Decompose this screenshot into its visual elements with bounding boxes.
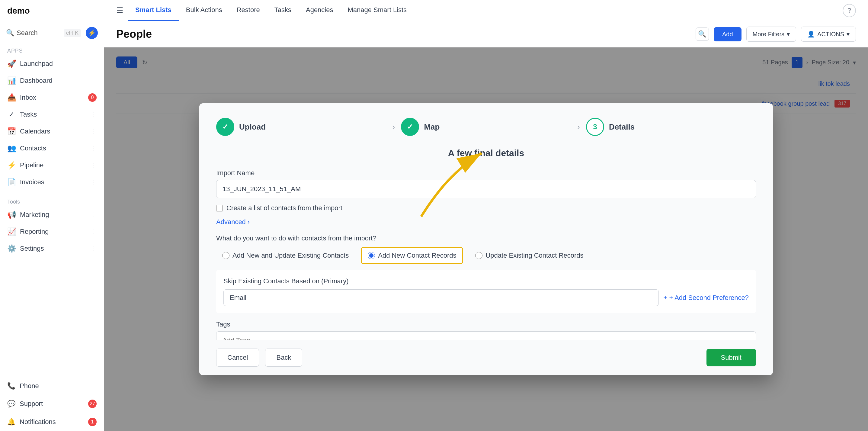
search-icon: 🔍 [6, 29, 14, 37]
radio-add-new-input[interactable] [368, 252, 375, 259]
radio-update-existing-input[interactable] [475, 252, 483, 259]
radio-update-existing-label: Update Existing Contact Records [486, 252, 583, 259]
radio-add-new-update[interactable]: Add New and Update Existing Contacts [216, 248, 355, 263]
step-arrow-2: › [577, 122, 580, 132]
radio-add-new[interactable]: Add New Contact Records [361, 247, 463, 264]
tags-input[interactable] [216, 331, 756, 340]
hamburger-icon[interactable]: ☰ [116, 6, 123, 15]
notifications-badge: 1 [88, 418, 97, 426]
skip-row: Email Phone Name + + Add Second Preferen… [223, 289, 749, 306]
drag-handle: ⋮ [91, 228, 97, 235]
nav-restore[interactable]: Restore [229, 0, 267, 21]
sidebar-item-pipeline[interactable]: ⚡ Pipeline ⋮ [0, 157, 104, 174]
drag-handle: ⋮ [91, 145, 97, 152]
page-title: People [116, 28, 152, 40]
sidebar-item-notifications[interactable]: 🔔 Notifications 1 [0, 413, 104, 431]
radio-add-new-update-input[interactable] [222, 252, 229, 259]
drag-handle: ⋮ [91, 179, 97, 185]
search-bar[interactable]: 🔍 Search ctrl K ⚡ [0, 22, 104, 44]
sidebar-item-label: Launchpad [20, 60, 53, 68]
support-label: Support [20, 400, 43, 408]
filter-label: More Filters [753, 31, 785, 38]
create-list-label: Create a list of contacts from the impor… [226, 204, 342, 212]
tags-section: Tags [216, 320, 756, 340]
marketing-icon: 📢 [7, 211, 16, 219]
back-button[interactable]: Back [265, 348, 302, 367]
sidebar-item-calendars[interactable]: 📅 Calendars ⋮ [0, 123, 104, 140]
step1-circle: ✓ [216, 118, 234, 136]
radio-update-existing[interactable]: Update Existing Contact Records [469, 248, 589, 263]
modal-overlay: ✓ Upload › ✓ Map › 3 Details [104, 48, 868, 431]
nav-tasks[interactable]: Tasks [267, 0, 299, 21]
sidebar-item-launchpad[interactable]: 🚀 Launchpad [0, 55, 104, 72]
nav-manage-smart-lists[interactable]: Manage Smart Lists [340, 0, 414, 21]
sidebar-item-label: Invoices [20, 178, 44, 186]
support-icon: 💬 [7, 400, 16, 408]
sidebar-item-tasks[interactable]: ✓ Tasks ⋮ [0, 106, 104, 123]
more-filters-button[interactable]: More Filters ▾ [746, 27, 797, 42]
bell-icon: 🔔 [7, 418, 16, 426]
nav-agencies[interactable]: Agencies [299, 0, 341, 21]
what-to-do-label: What do you want to do with contacts fro… [216, 235, 756, 242]
content-area: All ↻ 51 Pages 1 › Page Size: 20 ▾ lik t… [104, 48, 868, 431]
step1-label: Upload [239, 122, 266, 132]
inbox-icon: 📥 [7, 93, 16, 102]
create-list-checkbox[interactable] [216, 205, 223, 211]
invoices-icon: 📄 [7, 178, 16, 186]
search-label: Search [17, 29, 38, 37]
tags-label: Tags [216, 320, 756, 328]
sidebar-item-reporting[interactable]: 📈 Reporting ⋮ [0, 223, 104, 240]
chevron-right-icon: › [248, 218, 250, 226]
stepper: ✓ Upload › ✓ Map › 3 Details [216, 118, 756, 136]
sub-header-actions: 🔍 Add More Filters ▾ 👤 ACTIONS ▾ [695, 27, 856, 42]
drag-handle: ⋮ [91, 128, 97, 135]
radio-add-new-update-label: Add New and Update Existing Contacts [232, 252, 349, 259]
plus-icon: + [663, 294, 668, 302]
step-upload: ✓ Upload [216, 118, 386, 136]
create-list-row: Create a list of contacts from the impor… [216, 204, 756, 212]
apps-section-label: Apps [0, 44, 104, 55]
phone-icon: 📞 [7, 382, 16, 390]
sidebar: demo 🔍 Search ctrl K ⚡ Apps 🚀 Launchpad … [0, 0, 104, 431]
sidebar-item-invoices[interactable]: 📄 Invoices ⋮ [0, 174, 104, 191]
settings-icon: ⚙️ [7, 244, 16, 253]
advanced-label: Advanced [216, 218, 246, 226]
skip-section: Skip Existing Contacts Based on (Primary… [216, 270, 756, 313]
sidebar-item-label: Reporting [20, 228, 49, 236]
app-logo: demo [0, 0, 104, 22]
actions-button[interactable]: 👤 ACTIONS ▾ [801, 27, 856, 42]
advanced-link[interactable]: Advanced › [216, 218, 756, 226]
cancel-button[interactable]: Cancel [216, 348, 259, 367]
sidebar-item-inbox[interactable]: 📥 Inbox 0 [0, 89, 104, 106]
submit-button[interactable]: Submit [707, 349, 756, 366]
add-button[interactable]: Add [714, 27, 742, 41]
sidebar-item-marketing[interactable]: 📢 Marketing ⋮ [0, 206, 104, 223]
import-name-input[interactable] [216, 180, 756, 198]
sub-header: People 🔍 Add More Filters ▾ 👤 ACTIONS ▾ [104, 21, 868, 48]
help-icon[interactable]: ? [843, 4, 856, 17]
tools-section-label: Tools [0, 196, 104, 206]
nav-bulk-actions[interactable]: Bulk Actions [179, 0, 229, 21]
sidebar-item-contacts[interactable]: 👥 Contacts ⋮ [0, 140, 104, 157]
calendars-icon: 📅 [7, 127, 16, 135]
skip-select[interactable]: Email Phone Name [223, 289, 659, 306]
sidebar-item-dashboard[interactable]: 📊 Dashboard [0, 72, 104, 89]
inbox-badge: 0 [88, 93, 97, 102]
sidebar-item-support[interactable]: 💬 Support 27 [0, 395, 104, 413]
lightning-button[interactable]: ⚡ [86, 27, 98, 39]
modal-footer: Cancel Back Submit [199, 340, 773, 375]
add-second-preference-button[interactable]: + + Add Second Preference? [663, 294, 749, 302]
radio-add-new-label: Add New Contact Records [378, 252, 456, 259]
sidebar-bottom: 📞 Phone 💬 Support 27 🔔 Notifications 1 [0, 377, 104, 431]
sidebar-item-phone[interactable]: 📞 Phone [0, 377, 104, 395]
contacts-icon: 👥 [7, 144, 16, 153]
add-pref-label: + Add Second Preference? [669, 294, 749, 302]
avatar-icon: 👤 [807, 31, 815, 38]
pipeline-icon: ⚡ [7, 161, 16, 170]
step3-circle: 3 [586, 118, 604, 136]
search-button[interactable]: 🔍 [695, 28, 709, 41]
nav-smart-lists[interactable]: Smart Lists [128, 0, 179, 21]
drag-handle: ⋮ [91, 162, 97, 168]
sidebar-item-settings[interactable]: ⚙️ Settings ⋮ [0, 240, 104, 257]
sidebar-item-label: Dashboard [20, 77, 53, 85]
